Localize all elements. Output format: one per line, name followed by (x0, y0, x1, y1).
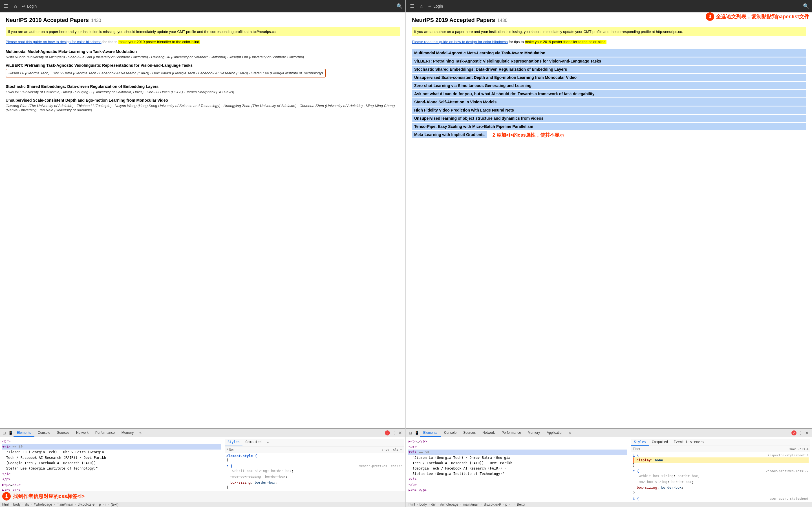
right-devtools-inspect-icon[interactable]: ⊡ (407, 430, 414, 436)
right-styles-star-prop1: -webkit-box-sizing: border-box; (633, 473, 809, 479)
left-styles-tab-computed[interactable]: Computed (243, 439, 264, 446)
left-bottom-i[interactable]: i (105, 503, 106, 506)
left-tab-elements[interactable]: Elements (13, 429, 35, 437)
right-tab-application[interactable]: Application (543, 429, 567, 437)
right-styles-filter-input[interactable] (633, 447, 786, 451)
left-bottom-main[interactable]: main#main (57, 503, 73, 506)
right-login-label[interactable]: Login (434, 4, 443, 8)
left-dom-p2[interactable]: ▶<p>…</p> (2, 482, 221, 488)
left-styles-star-rule: * { vendor-prefixes.less:77 -webkit-box-… (225, 463, 404, 490)
right-styles-star-prop3: box-sizing: border-box; (633, 485, 809, 490)
left-menu-icon[interactable]: ☰ (3, 3, 9, 9)
left-styles-plus[interactable]: + (400, 447, 402, 452)
left-styles-pseudo[interactable]: :hov .cls (382, 448, 399, 452)
right-dom-p2[interactable]: ▶<p>…</p> (408, 488, 627, 493)
right-styles-tab-computed[interactable]: Computed (649, 439, 671, 446)
left-home-icon[interactable]: ⌂ (12, 3, 18, 9)
left-styles-element: element.style { } (225, 453, 404, 463)
right-bottom-body[interactable]: body (419, 503, 427, 506)
left-page-content: NeurIPS 2019 Accepted Papers 1430 If you… (0, 12, 405, 429)
right-bottom-i[interactable]: i (512, 503, 513, 506)
right-search-icon[interactable]: 🔍 (803, 3, 809, 9)
right-devtools-body: ▶<b>…</b> <br> ▼<i> == $0 "Jiasen Lu (Ge… (406, 437, 812, 502)
left-devtools-close[interactable]: ✕ (398, 431, 402, 436)
left-styles-tab-more[interactable]: » (264, 439, 271, 446)
left-paper-4-title: Unsupervised Scale-consistent Depth and … (6, 98, 400, 103)
right-bottom-p[interactable]: p (505, 503, 507, 506)
left-bottom-div[interactable]: div (25, 503, 29, 506)
left-bottom-col[interactable]: div.col-xs-9 (78, 503, 94, 506)
right-menu-icon[interactable]: ☰ (409, 3, 415, 9)
left-login-label[interactable]: Login (27, 4, 37, 8)
right-devtools-badge: 2 (792, 431, 797, 436)
right-styles-star-close: } (633, 491, 635, 495)
left-devtools-badge: 2 (385, 431, 390, 436)
left-annotation-bar: 1 找到作者信息对应的css标签<i> (0, 491, 405, 502)
left-devtools-menu[interactable]: ⋮ (392, 431, 396, 435)
left-styles-tab-styles[interactable]: Styles (225, 439, 243, 446)
right-bottom-wholepage[interactable]: #wholepage (440, 503, 458, 506)
right-tab-performance[interactable]: Performance (498, 429, 524, 437)
right-tab-sources[interactable]: Sources (460, 429, 479, 437)
left-tab-more[interactable]: » (137, 429, 144, 437)
right-styles-tab-styles[interactable]: Styles (631, 439, 649, 446)
right-bottom-col[interactable]: div.col-xs-9 (484, 503, 501, 506)
left-paper-4-authors: Jiawang Bian (The University of Adelaide… (6, 104, 400, 112)
right-notice-blue: Please read this guide on how to design … (412, 39, 806, 45)
left-devtools-inspect-icon[interactable]: ⊡ (1, 430, 7, 436)
left-dom-panel[interactable]: <br> ▼<i> == $0 "Jiasen Lu (Georgia Tech… (0, 437, 223, 491)
left-search-icon[interactable]: 🔍 (396, 3, 403, 9)
right-dom-text2: Tech / Facebook AI Research (FAIR)) · De… (408, 460, 627, 466)
right-login-button[interactable]: ↩ Login (428, 4, 443, 8)
right-styles-plus[interactable]: + (806, 447, 809, 451)
right-dom-panel[interactable]: ▶<b>…</b> <br> ▼<i> == $0 "Jiasen Lu (Ge… (406, 437, 629, 502)
right-styles-pseudo[interactable]: :hov .cls (788, 447, 805, 451)
left-paper-1: Multimodal Model-Agnostic Meta-Learning … (6, 49, 400, 59)
left-tab-performance[interactable]: Performance (92, 429, 118, 437)
right-styles-i-inspector-source: inspector-stylesheet:1 (767, 453, 809, 457)
right-tab-memory[interactable]: Memory (524, 429, 543, 437)
right-styles-i-ua-source: user agent stylesheet (769, 497, 809, 501)
right-notice-blue-link[interactable]: Please read this guide on how to design … (412, 40, 508, 44)
right-tab-console[interactable]: Console (441, 429, 460, 437)
left-tab-network[interactable]: Network (73, 429, 92, 437)
right-bottom-main[interactable]: main#main (463, 503, 479, 506)
left-dom-i-selected[interactable]: ▼<i> == $0 (2, 444, 221, 450)
left-login-button[interactable]: ↩ Login (22, 4, 37, 8)
right-tab-more[interactable]: » (567, 429, 573, 437)
right-styles-tab-listeners[interactable]: Event Listeners (671, 439, 707, 446)
right-devtools-icons: 2 ⋮ ✕ (789, 431, 811, 436)
right-bottom-div[interactable]: div (432, 503, 436, 506)
left-devtools-icons: 2 ⋮ ✕ (383, 431, 404, 436)
right-annotation-2-inline: 2 添加<i>的css属性，使其不显示 (493, 132, 564, 138)
left-bottom-body[interactable]: body (13, 503, 20, 506)
left-styles-star-prop1: -webkit-box-sizing: border-box; (226, 468, 402, 474)
left-tab-memory[interactable]: Memory (118, 429, 137, 437)
right-dom-b[interactable]: ▶<b>…</b> (408, 439, 627, 444)
left-tab-sources[interactable]: Sources (54, 429, 73, 437)
right-tab-network[interactable]: Network (479, 429, 498, 437)
right-devtools-menu[interactable]: ⋮ (799, 431, 803, 435)
left-styles-filter-input[interactable] (226, 448, 379, 452)
right-styles-tabs: Styles Computed Event Listeners (631, 439, 810, 446)
left-bottom-wholepage[interactable]: #wholepage (34, 503, 52, 506)
left-devtools-mobile-icon[interactable]: 📱 (7, 430, 13, 436)
right-devtools-close[interactable]: ✕ (805, 431, 809, 436)
right-dom-br: <br> (408, 444, 627, 450)
right-paper-10-selected: TensorPipe: Easy Scaling with Micro-Batc… (412, 123, 806, 130)
right-styles-filter-row: :hov .cls + (631, 446, 810, 452)
right-tab-elements[interactable]: Elements (420, 429, 441, 437)
left-notice-blue-link[interactable]: Please read this guide on how to design … (6, 40, 101, 44)
right-devtools-mobile-icon[interactable]: 📱 (414, 430, 420, 436)
left-bottom-html[interactable]: html (2, 503, 9, 506)
left-bottom-bar: html › body › div › #wholepage › main#ma… (0, 502, 405, 507)
right-bottom-html[interactable]: html (409, 503, 415, 506)
right-paper-5-selected: Zero-shot Learning via Simultaneous Gene… (412, 82, 806, 89)
left-dom-p3[interactable]: ▶<p>…</p> (2, 488, 221, 491)
left-bottom-p[interactable]: p (99, 503, 101, 506)
left-annotation-number: 1 (2, 492, 11, 501)
right-notice-yellow: If you are an author on a paper here and… (412, 27, 806, 36)
left-tab-console[interactable]: Console (35, 429, 54, 437)
right-dom-i-selected[interactable]: ▼<i> == $0 (408, 450, 627, 455)
right-home-icon[interactable]: ⌂ (419, 3, 425, 9)
